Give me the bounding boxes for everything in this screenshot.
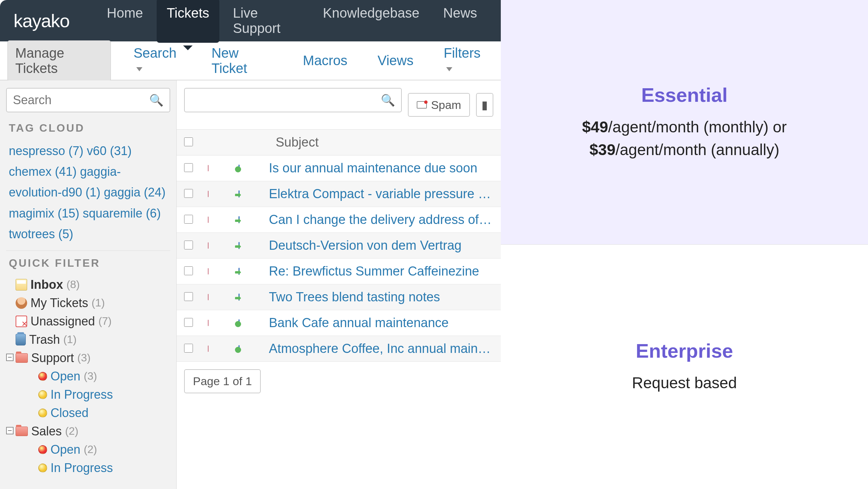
search-icon: 🔍 xyxy=(149,93,163,107)
ticket-subject[interactable]: Bank Cafe annual maintenance xyxy=(269,316,493,330)
table-row[interactable]: Bank Cafe annual maintenance xyxy=(177,310,501,336)
ticket-subject[interactable]: Atmosphere Coffee, Inc annual maintenan xyxy=(269,341,493,356)
sidebar-search-input[interactable] xyxy=(13,93,149,107)
eraser-icon[interactable] xyxy=(208,268,209,275)
main-area: 🔍 Spam ▮ Subject Is our annual maintenan… xyxy=(176,80,501,489)
table-row[interactable]: Two Trees blend tasting notes xyxy=(177,284,501,310)
table-row[interactable]: Is our annual maintenance due soon xyxy=(177,155,501,181)
search-icon: 🔍 xyxy=(381,93,395,107)
trash-icon xyxy=(16,334,26,345)
tag-gaggia[interactable]: gaggia (24) xyxy=(104,185,165,199)
nav-home[interactable]: Home xyxy=(97,0,153,43)
sidebar: 🔍 TAG CLOUD nespresso (7) v60 (31) cheme… xyxy=(0,80,176,489)
subnav-views[interactable]: Views xyxy=(370,48,421,73)
tickets-table: Subject Is our annual maintenance due so… xyxy=(177,129,501,362)
filter-trash[interactable]: Trash (1) xyxy=(6,331,170,349)
filter-support[interactable]: − Support (3) xyxy=(6,349,170,367)
eraser-icon[interactable] xyxy=(208,320,209,326)
eraser-icon[interactable] xyxy=(208,242,209,249)
row-checkbox[interactable] xyxy=(184,241,193,249)
tag-v60[interactable]: v60 (31) xyxy=(87,144,132,158)
table-header: Subject xyxy=(177,129,501,155)
row-checkbox[interactable] xyxy=(184,266,193,275)
file-status-icon xyxy=(238,216,240,223)
row-checkbox[interactable] xyxy=(184,163,193,172)
main-search[interactable]: 🔍 xyxy=(184,88,402,112)
chevron-down-icon xyxy=(446,67,452,71)
status-dot-icon xyxy=(38,372,47,381)
table-row[interactable]: Can I change the delivery address of my xyxy=(177,207,501,233)
chevron-down-icon xyxy=(136,67,142,71)
ticket-subject[interactable]: Is our annual maintenance due soon xyxy=(269,161,493,175)
file-status-icon xyxy=(238,345,240,352)
tag-magimix[interactable]: magimix (15) xyxy=(9,206,83,220)
table-row[interactable]: Atmosphere Coffee, Inc annual maintenan xyxy=(177,336,501,362)
subnav-new-ticket[interactable]: New Ticket xyxy=(204,41,280,81)
row-checkbox[interactable] xyxy=(184,344,193,353)
row-checkbox[interactable] xyxy=(184,189,193,198)
subnav-macros[interactable]: Macros xyxy=(295,48,355,73)
nav-knowledgebase[interactable]: Knowledgebase xyxy=(313,0,430,43)
folder-icon xyxy=(16,353,28,363)
nav-tickets[interactable]: Tickets xyxy=(157,0,219,43)
pagination: Page 1 of 1 xyxy=(184,369,261,393)
enterprise-title: Enterprise xyxy=(636,339,733,362)
eraser-icon[interactable] xyxy=(208,294,209,300)
row-checkbox[interactable] xyxy=(184,215,193,224)
collapse-icon[interactable]: − xyxy=(6,354,14,361)
more-button[interactable]: ▮ xyxy=(476,93,493,117)
spam-button[interactable]: Spam xyxy=(408,93,470,117)
eraser-icon[interactable] xyxy=(208,217,209,223)
column-subject[interactable]: Subject xyxy=(208,135,319,150)
file-status-icon xyxy=(238,242,240,249)
filter-status-open[interactable]: Open(2) xyxy=(6,440,170,459)
ticket-subject[interactable]: Deutsch-Version von dem Vertrag xyxy=(269,238,493,253)
filter-status-open[interactable]: Open(3) xyxy=(6,367,170,385)
subnav-filters[interactable]: Filters xyxy=(436,41,493,81)
essential-title: Essential xyxy=(641,83,728,106)
tag-chemex[interactable]: chemex (41) xyxy=(9,165,80,178)
table-row[interactable]: Re: Brewfictus Summer Caffeinezine xyxy=(177,259,501,284)
main-search-input[interactable] xyxy=(191,93,381,107)
ticket-subject[interactable]: Re: Brewfictus Summer Caffeinezine xyxy=(269,264,493,279)
eraser-icon[interactable] xyxy=(208,191,209,197)
eraser-icon[interactable] xyxy=(208,345,209,352)
eraser-icon[interactable] xyxy=(208,165,209,171)
subnav: Manage Tickets Search New Ticket Macros … xyxy=(0,41,501,80)
folder-icon xyxy=(16,427,28,436)
file-status-icon xyxy=(238,319,240,326)
tag-nespresso[interactable]: nespresso (7) xyxy=(9,144,87,158)
table-row[interactable]: Deutsch-Version von dem Vertrag xyxy=(177,233,501,259)
file-status-icon xyxy=(238,294,240,301)
status-dot-icon xyxy=(38,464,47,472)
tag-squaremile[interactable]: squaremile (6) xyxy=(83,206,161,220)
pricing-panel: Essential $49/agent/month (monthly) or $… xyxy=(501,0,868,489)
topbar: kayako Home Tickets Live Support Knowled… xyxy=(0,0,501,41)
filter-inbox[interactable]: Inbox (8) xyxy=(6,276,170,294)
unassigned-icon xyxy=(16,316,27,327)
collapse-icon[interactable]: − xyxy=(6,427,14,434)
row-checkbox[interactable] xyxy=(184,292,193,301)
subnav-search[interactable]: Search xyxy=(126,41,189,81)
nav-news[interactable]: News xyxy=(433,0,487,43)
topnav: Home Tickets Live Support Knowledgebase … xyxy=(97,0,487,43)
subnav-manage-tickets[interactable]: Manage Tickets xyxy=(7,40,111,81)
filter-status-in-progress[interactable]: In Progress xyxy=(6,459,170,477)
row-checkbox[interactable] xyxy=(184,318,193,327)
tag-twotrees[interactable]: twotrees (5) xyxy=(9,227,73,241)
select-all-checkbox[interactable] xyxy=(184,137,193,146)
nav-live-support[interactable]: Live Support xyxy=(223,0,309,43)
filter-my-tickets[interactable]: My Tickets (1) xyxy=(6,294,170,312)
ticket-subject[interactable]: Two Trees blend tasting notes xyxy=(269,290,493,304)
filter-unassigned[interactable]: Unassigned (7) xyxy=(6,312,170,331)
main-toolbar: 🔍 Spam ▮ xyxy=(177,88,501,129)
ticket-subject[interactable]: Elektra Compact - variable pressure supp xyxy=(269,187,493,201)
sidebar-search[interactable]: 🔍 xyxy=(6,88,170,112)
enterprise-detail: Request based xyxy=(632,372,737,394)
filter-status-in-progress[interactable]: In Progress xyxy=(6,385,170,404)
ticket-subject[interactable]: Can I change the delivery address of my xyxy=(269,212,493,227)
filter-status-closed[interactable]: Closed xyxy=(6,404,170,422)
table-row[interactable]: Elektra Compact - variable pressure supp xyxy=(177,181,501,207)
pricing-enterprise: Enterprise Request based xyxy=(501,245,868,489)
filter-sales[interactable]: − Sales (2) xyxy=(6,422,170,440)
